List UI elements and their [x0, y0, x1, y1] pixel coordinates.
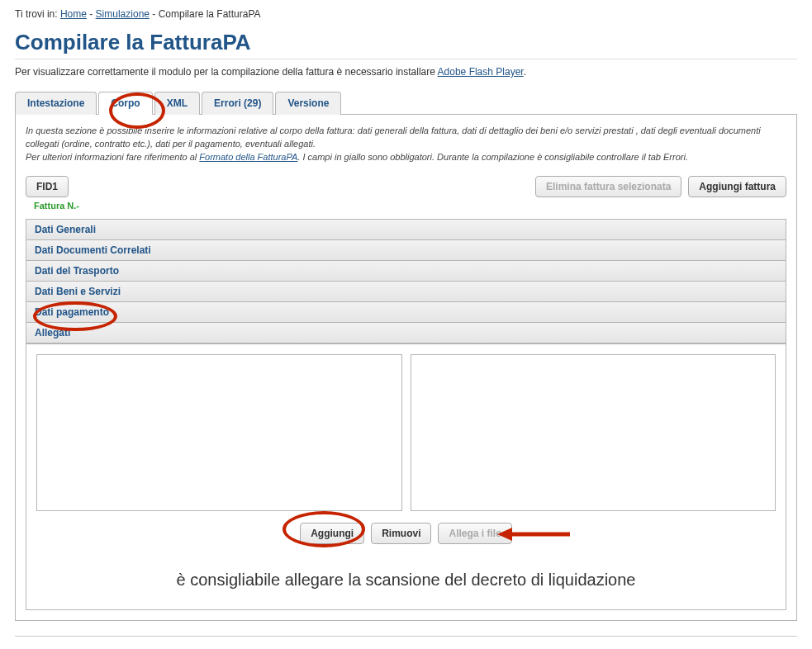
accordion: Dati Generali Dati Documenti Correlati D…: [26, 219, 786, 610]
attach-files-button: Allega i file: [438, 523, 511, 544]
add-invoice-button[interactable]: Aggiungi fattura: [688, 176, 786, 197]
accordion-dati-beni-servizi[interactable]: Dati Beni e Servizi: [26, 282, 786, 302]
tab-panel-corpo: In questa sezione è possibile inserire l…: [15, 115, 797, 621]
annotation-note: è consigliabile allegare la scansione de…: [36, 571, 776, 590]
attachments-target-list[interactable]: [411, 354, 776, 511]
accordion-dati-documenti-correlati[interactable]: Dati Documenti Correlati: [26, 240, 786, 261]
accordion-allegati[interactable]: Allegati: [26, 323, 786, 343]
breadcrumb-simulazione-link[interactable]: Simulazione: [96, 8, 150, 20]
breadcrumb: Ti trovi in: Home - Simulazione - Compil…: [15, 8, 797, 20]
breadcrumb-prefix: Ti trovi in:: [15, 8, 60, 20]
tab-corpo[interactable]: Corpo: [98, 92, 152, 115]
breadcrumb-home-link[interactable]: Home: [60, 8, 87, 20]
tab-xml[interactable]: XML: [154, 92, 200, 115]
breadcrumb-current: Compilare la FatturaPA: [159, 8, 261, 20]
delete-invoice-button: Elimina fattura selezionata: [535, 176, 681, 197]
tabs: Intestazione Corpo XML Errori (29) Versi…: [15, 91, 797, 115]
flash-player-link[interactable]: Adobe Flash Player: [438, 66, 524, 78]
section-description: In questa sezione è possibile inserire l…: [26, 125, 786, 164]
add-attachment-button[interactable]: Aggiungi: [300, 523, 364, 544]
tab-errori[interactable]: Errori (29): [202, 92, 273, 115]
page-title: Compilare la FatturaPA: [15, 30, 797, 59]
allegati-content: Aggiungi Rimuovi Allega i file è consigl…: [26, 343, 786, 609]
fattura-number-label: Fattura N.-: [34, 201, 79, 211]
accordion-dati-trasporto[interactable]: Dati del Trasporto: [26, 261, 786, 282]
formato-fatturapa-link[interactable]: Formato della FatturaPA: [199, 152, 297, 162]
bottom-frame-divider: [15, 636, 797, 637]
remove-attachment-button[interactable]: Rimuovi: [371, 523, 431, 544]
attachments-source-list[interactable]: [36, 354, 402, 511]
fid1-button[interactable]: FID1: [26, 176, 69, 197]
accordion-dati-pagamento[interactable]: Dati pagamento: [26, 302, 786, 323]
page-subtitle: Per visualizzare correttamente il modulo…: [15, 66, 797, 78]
tab-versione[interactable]: Versione: [275, 92, 341, 115]
invoice-toolbar: FID1 Fattura N.- Elimina fattura selezio…: [26, 176, 786, 211]
tab-intestazione[interactable]: Intestazione: [15, 92, 97, 115]
accordion-dati-generali[interactable]: Dati Generali: [26, 220, 786, 240]
